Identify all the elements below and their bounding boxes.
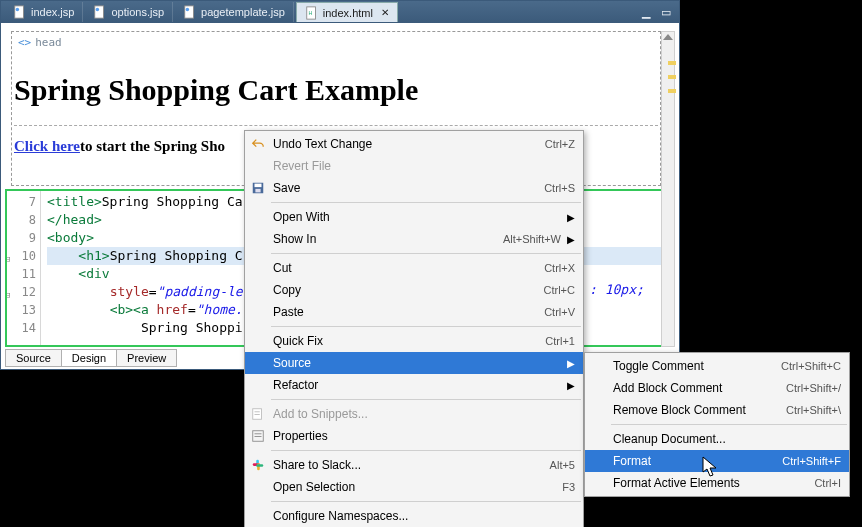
svg-rect-10 — [255, 189, 260, 193]
tag-icon: <> — [18, 36, 31, 49]
svg-rect-12 — [255, 411, 260, 412]
menu-item-accelerator: F3 — [562, 481, 575, 493]
tabbar-controls: ▁ ▭ — [639, 5, 679, 19]
menu-item-accelerator: Ctrl+Z — [545, 138, 575, 150]
context-menu-item-cut[interactable]: CutCtrl+X — [245, 257, 583, 279]
context-menu-item-refactor[interactable]: Refactor▶ — [245, 374, 583, 396]
menu-item-accelerator: Ctrl+Shift+\ — [786, 404, 841, 416]
marker[interactable] — [668, 89, 676, 93]
svg-rect-2 — [95, 6, 104, 18]
source-submenu-item-format[interactable]: FormatCtrl+Shift+F — [585, 450, 849, 472]
context-menu-item-source[interactable]: Source▶ — [245, 352, 583, 374]
tab-label: index.html — [323, 7, 373, 19]
menu-item-accelerator: Ctrl+S — [544, 182, 575, 194]
menu-item-label: Add Block Comment — [613, 381, 786, 395]
svg-rect-20 — [256, 464, 263, 467]
submenu-arrow-icon: ▶ — [567, 212, 575, 223]
bottom-tab-preview[interactable]: Preview — [116, 349, 177, 367]
context-menu-source: Toggle CommentCtrl+Shift+CAdd Block Comm… — [584, 352, 850, 497]
menu-separator — [271, 202, 581, 203]
menu-separator — [271, 326, 581, 327]
submenu-arrow-icon: ▶ — [567, 358, 575, 369]
source-submenu-item-cleanup-document[interactable]: Cleanup Document... — [585, 428, 849, 450]
menu-item-label: Paste — [273, 305, 544, 319]
context-menu-main: Undo Text ChangeCtrl+ZRevert FileSaveCtr… — [244, 130, 584, 527]
context-menu-item-configure-namespaces[interactable]: Configure Namespaces... — [245, 505, 583, 527]
bottom-tab-design[interactable]: Design — [61, 349, 117, 367]
menu-separator — [271, 450, 581, 451]
preview-heading[interactable]: Spring Shopping Cart Example — [14, 73, 658, 107]
context-menu-item-open-selection[interactable]: Open SelectionF3 — [245, 476, 583, 498]
menu-separator — [271, 501, 581, 502]
svg-point-5 — [186, 8, 190, 12]
menu-item-label: Cleanup Document... — [613, 432, 841, 446]
context-menu-item-properties[interactable]: Properties — [245, 425, 583, 447]
context-menu-item-show-in[interactable]: Show InAlt+Shift+W▶ — [245, 228, 583, 250]
svg-rect-4 — [185, 6, 194, 18]
tab-label: index.jsp — [31, 6, 74, 18]
context-menu-item-revert-file: Revert File — [245, 155, 583, 177]
marker[interactable] — [668, 61, 676, 65]
menu-item-accelerator: Ctrl+1 — [545, 335, 575, 347]
menu-item-label: Quick Fix — [273, 334, 545, 348]
menu-item-accelerator: Ctrl+Shift+/ — [786, 382, 841, 394]
breadcrumb[interactable]: <> head — [12, 32, 660, 53]
menu-item-label: Source — [273, 356, 561, 370]
tab-pagetemplate-jsp[interactable]: pagetemplate.jsp — [175, 2, 294, 22]
jsp-file-icon — [183, 5, 197, 19]
menu-item-accelerator: Ctrl+V — [544, 306, 575, 318]
slack-icon — [250, 457, 266, 473]
submenu-arrow-icon: ▶ — [567, 234, 575, 245]
menu-item-label: Configure Namespaces... — [273, 509, 575, 523]
context-menu-item-copy[interactable]: CopyCtrl+C — [245, 279, 583, 301]
context-menu-item-quick-fix[interactable]: Quick FixCtrl+1 — [245, 330, 583, 352]
source-submenu-item-add-block-comment[interactable]: Add Block CommentCtrl+Shift+/ — [585, 377, 849, 399]
html-file-icon: H — [305, 6, 319, 20]
overview-ruler — [667, 31, 679, 181]
submenu-arrow-icon: ▶ — [567, 380, 575, 391]
close-icon[interactable]: ✕ — [381, 7, 389, 18]
source-submenu-item-remove-block-comment[interactable]: Remove Block CommentCtrl+Shift+\ — [585, 399, 849, 421]
context-menu-item-save[interactable]: SaveCtrl+S — [245, 177, 583, 199]
menu-separator — [611, 424, 847, 425]
menu-item-label: Share to Slack... — [273, 458, 550, 472]
line-gutter: 78910⊟1112⊟1314 — [7, 191, 41, 345]
svg-point-1 — [16, 8, 20, 12]
minimize-icon[interactable]: ▁ — [639, 5, 653, 19]
snippet-icon — [250, 406, 266, 422]
tab-index-html[interactable]: H index.html ✕ — [296, 2, 398, 22]
source-submenu-item-toggle-comment[interactable]: Toggle CommentCtrl+Shift+C — [585, 355, 849, 377]
menu-item-accelerator: Ctrl+Shift+F — [782, 455, 841, 467]
svg-rect-0 — [15, 6, 24, 18]
menu-item-accelerator: Ctrl+X — [544, 262, 575, 274]
context-menu-item-paste[interactable]: PasteCtrl+V — [245, 301, 583, 323]
marker[interactable] — [668, 75, 676, 79]
props-icon — [250, 428, 266, 444]
context-menu-item-open-with[interactable]: Open With▶ — [245, 206, 583, 228]
menu-item-label: Format — [613, 454, 782, 468]
tab-options-jsp[interactable]: options.jsp — [85, 2, 173, 22]
svg-rect-15 — [255, 433, 262, 434]
svg-rect-16 — [255, 436, 262, 437]
menu-item-label: Add to Snippets... — [273, 407, 575, 421]
svg-rect-9 — [255, 184, 262, 188]
source-submenu-item-format-active-elements[interactable]: Format Active ElementsCtrl+I — [585, 472, 849, 494]
menu-item-label: Undo Text Change — [273, 137, 545, 151]
jsp-file-icon — [13, 5, 27, 19]
menu-item-accelerator: Alt+5 — [550, 459, 575, 471]
menu-item-label: Open With — [273, 210, 561, 224]
menu-item-label: Open Selection — [273, 480, 562, 494]
menu-item-label: Remove Block Comment — [613, 403, 786, 417]
menu-item-label: Properties — [273, 429, 575, 443]
maximize-icon[interactable]: ▭ — [659, 5, 673, 19]
tab-index-jsp[interactable]: index.jsp — [5, 2, 83, 22]
svg-text:H: H — [308, 9, 312, 15]
menu-item-label: Copy — [273, 283, 544, 297]
menu-item-label: Refactor — [273, 378, 561, 392]
context-menu-item-undo-text-change[interactable]: Undo Text ChangeCtrl+Z — [245, 133, 583, 155]
context-menu-item-share-to-slack[interactable]: Share to Slack...Alt+5 — [245, 454, 583, 476]
menu-item-accelerator: Ctrl+C — [544, 284, 575, 296]
preview-link[interactable]: Click here — [14, 138, 80, 154]
bottom-tab-source[interactable]: Source — [5, 349, 62, 367]
menu-item-label: Revert File — [273, 159, 575, 173]
